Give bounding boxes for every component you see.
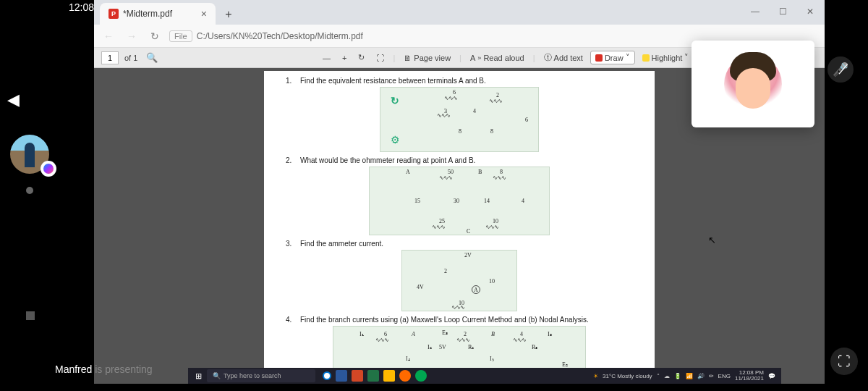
messenger-badge-icon[interactable] xyxy=(41,161,56,177)
taskbar-clock[interactable]: 12:08 PM 11/18/2021 xyxy=(735,370,764,382)
onedrive-icon[interactable]: ☁ xyxy=(664,373,670,379)
taskbar-icons xyxy=(323,370,427,382)
exit-fullscreen-button[interactable]: ⛶ xyxy=(830,348,858,375)
taskbar: ⊞ 🔍 Type here to search ☀ 31°C Mostly cl… xyxy=(188,368,781,384)
square-indicator xyxy=(26,311,35,320)
word-icon[interactable] xyxy=(336,370,347,382)
tab-bar: P *Midterm.pdf × + — ☐ ✕ xyxy=(94,0,825,25)
problem-2: 2.What would be the ohmmeter reading at … xyxy=(286,156,633,235)
tray-chevron-icon[interactable]: ˄ xyxy=(657,373,660,379)
device-time: 12:08 xyxy=(69,1,94,13)
zoom-in-button[interactable]: + xyxy=(338,52,351,64)
ime-icon[interactable]: ✏ xyxy=(709,373,714,379)
presenting-label: Manfred is presenting xyxy=(55,363,153,375)
close-icon[interactable]: × xyxy=(201,8,207,20)
tab-title: *Midterm.pdf xyxy=(123,9,172,19)
gear-icon: ⚙ xyxy=(391,134,400,146)
page-number-input[interactable] xyxy=(101,51,119,64)
power-icon[interactable]: 🔋 xyxy=(674,373,681,379)
read-aloud-button[interactable]: A» Read aloud xyxy=(466,52,529,64)
pdf-page: 1.Find the equivalent resistance between… xyxy=(264,71,655,384)
taskbar-search[interactable]: 🔍 Type here to search xyxy=(207,369,315,382)
refresh-icon: ↻ xyxy=(391,95,399,106)
participant-face xyxy=(724,55,782,113)
browser-refresh-button[interactable]: ↻ xyxy=(146,28,163,45)
circuit-2: A 50 ∿∿∿ B 8 ∿∿∿ 15 30 14 4 25 ∿∿∿ 10 ∿∿… xyxy=(369,167,550,235)
add-text-button[interactable]: ⓣ Add text xyxy=(540,51,587,64)
grid-icon: ⛶ xyxy=(838,354,851,369)
new-tab-button[interactable]: + xyxy=(218,4,239,25)
highlight-button[interactable]: Highlight ˅ xyxy=(638,51,694,64)
rotate-button[interactable]: ↻ xyxy=(354,51,369,64)
search-placeholder: Type here to search xyxy=(224,372,281,379)
fit-button[interactable]: ⛶ xyxy=(372,52,388,64)
browser-forward-button[interactable]: → xyxy=(123,28,140,45)
search-icon[interactable]: 🔍 xyxy=(146,52,158,63)
app-icon[interactable] xyxy=(415,370,427,382)
back-arrow-icon[interactable]: ◀ xyxy=(7,91,20,109)
search-icon: 🔍 xyxy=(213,372,221,379)
cursor-icon: ↖ xyxy=(708,235,716,245)
browser-icon[interactable] xyxy=(399,370,411,382)
browser-back-button[interactable]: ← xyxy=(100,28,117,45)
problem-3: 3.Find the ammeter current. 2V 2 4V 10 A… xyxy=(286,240,633,311)
volume-icon[interactable]: 🔊 xyxy=(697,373,705,379)
wifi-icon[interactable]: 📶 xyxy=(686,373,693,379)
mic-off-icon: 🎤̸ xyxy=(833,62,848,77)
file-badge: File xyxy=(169,30,192,42)
tab-midterm[interactable]: P *Midterm.pdf × xyxy=(100,3,216,25)
minimize-button[interactable]: — xyxy=(745,3,765,20)
mic-mute-button[interactable]: 🎤̸ xyxy=(827,56,854,83)
circuit-1: ↻ ⚙ 6 ∿∿∿ 2 ∿∿∿ 3 ∿∿∿ 4 6 8 8 xyxy=(380,87,539,152)
notifications-icon[interactable]: 💬 xyxy=(768,373,775,379)
circuit-3: 2V 2 4V 10 A 10 ∿∿∿ xyxy=(401,250,517,311)
start-button[interactable]: ⊞ xyxy=(191,369,205,383)
dot-indicator xyxy=(26,187,33,194)
address-path: C:/Users/KN%20Tech/Desktop/Midterm.pdf xyxy=(197,31,363,41)
problem-1: 1.Find the equivalent resistance between… xyxy=(286,77,633,152)
video-participant[interactable] xyxy=(692,41,814,127)
powerpoint-icon[interactable] xyxy=(352,370,363,382)
weather-text[interactable]: 31°C Mostly cloudy xyxy=(603,373,652,379)
close-window-button[interactable]: ✕ xyxy=(800,3,820,20)
cortana-icon[interactable] xyxy=(323,371,331,380)
draw-button[interactable]: Draw ˅ xyxy=(590,51,635,64)
page-view-button[interactable]: 🗎 Page view xyxy=(399,52,455,64)
page-count-label: of 1 xyxy=(124,54,137,62)
zoom-out-button[interactable]: — xyxy=(318,52,335,64)
excel-icon[interactable] xyxy=(367,370,379,382)
pdf-file-icon: P xyxy=(109,9,119,19)
maximize-button[interactable]: ☐ xyxy=(773,3,793,20)
weather-icon: ☀ xyxy=(593,373,598,379)
language-label[interactable]: ENG xyxy=(718,373,731,379)
file-explorer-icon[interactable] xyxy=(383,370,395,382)
